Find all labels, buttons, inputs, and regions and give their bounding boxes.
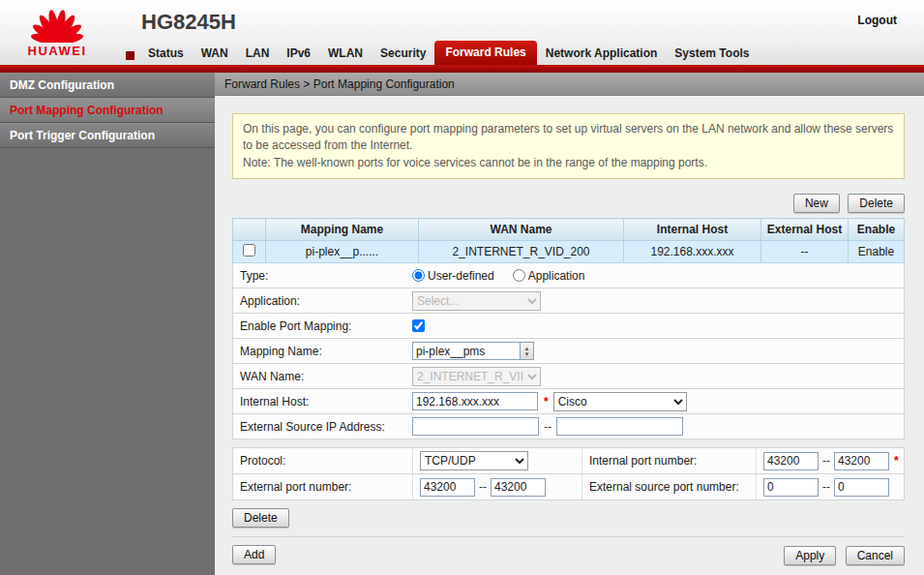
enable-port-mapping-checkbox[interactable] <box>412 319 425 332</box>
col-external-host: External Host <box>761 219 849 241</box>
internal-host-label: Internal Host: <box>233 395 412 409</box>
ports-row-2: External port number: -- External source… <box>232 474 905 500</box>
huawei-flower-icon <box>29 2 85 43</box>
device-title: HG8245H <box>141 10 236 35</box>
external-source-port-to-input[interactable] <box>834 478 889 497</box>
table-row[interactable]: pi-plex__p...... 2_INTERNET_R_VID_200 19… <box>233 241 905 263</box>
type-application-radio[interactable] <box>513 269 525 282</box>
range-separator: -- <box>822 454 830 468</box>
external-port-label: External port number: <box>233 474 412 499</box>
range-separator: -- <box>544 420 551 434</box>
application-label: Application: <box>233 294 412 308</box>
input-stepper-icon[interactable]: ▲▼ <box>521 342 534 360</box>
table-header-row: Mapping Name WAN Name Internal Host Exte… <box>233 219 905 241</box>
cell-wan-name: 2_INTERNET_R_VID_200 <box>419 241 624 263</box>
port-mapping-table: Mapping Name WAN Name Internal Host Exte… <box>232 218 905 263</box>
cell-enable: Enable <box>849 241 905 263</box>
tab-status[interactable]: Status <box>139 43 193 65</box>
header: HUAWEI HG8245H Logout Status WAN LAN IPv… <box>0 0 924 73</box>
external-source-port-label: External source port number: <box>581 474 756 499</box>
header-red-bar <box>0 65 924 73</box>
col-enable: Enable <box>849 219 905 241</box>
header-checkbox-cell <box>233 219 266 241</box>
cancel-button[interactable]: Cancel <box>846 546 905 565</box>
main-nav: Status WAN LAN IPv6 WLAN Security Forwar… <box>126 41 758 65</box>
sidebar-item-port-mapping-configuration[interactable]: Port Mapping Configuration <box>0 98 215 123</box>
internal-port-label: Internal port number: <box>581 448 756 473</box>
ports-row-1: Protocol: TCP/UDP Internal port number: … <box>232 447 905 474</box>
row-checkbox[interactable] <box>243 244 255 257</box>
port-mapping-panel: On this page, you can configure port map… <box>215 96 924 564</box>
protocol-select[interactable]: TCP/UDP <box>420 451 528 470</box>
internal-host-device-select[interactable]: Cisco <box>553 392 687 411</box>
type-user-defined-radio[interactable] <box>412 269 425 282</box>
tab-wlan[interactable]: WLAN <box>319 43 372 65</box>
col-mapping-name: Mapping Name <box>266 219 419 241</box>
sidebar-item-dmz-configuration[interactable]: DMZ Configuration <box>0 73 215 98</box>
sidebar: DMZ Configuration Port Mapping Configura… <box>0 73 215 575</box>
type-label: Type: <box>233 269 412 283</box>
external-source-ip-from-input[interactable] <box>412 417 539 436</box>
tab-forward-rules[interactable]: Forward Rules <box>434 41 536 65</box>
protocol-label: Protocol: <box>233 448 412 473</box>
tab-wan[interactable]: WAN <box>193 43 237 65</box>
form-row-mapping-name: Mapping Name: ▲▼ <box>232 339 905 364</box>
new-button[interactable]: New <box>793 194 840 213</box>
tab-ipv6[interactable]: IPv6 <box>278 43 319 65</box>
internal-port-to-input[interactable] <box>834 452 889 470</box>
external-source-port-from-input[interactable] <box>763 478 819 497</box>
cell-external-host: -- <box>761 241 849 263</box>
tab-lan[interactable]: LAN <box>237 43 279 65</box>
col-wan-name: WAN Name <box>419 219 624 241</box>
brand-text: HUAWEI <box>14 44 101 58</box>
form-row-enable-port-mapping: Enable Port Mapping: <box>232 314 905 339</box>
required-marker: * <box>894 454 899 468</box>
external-port-to-input[interactable] <box>491 478 546 497</box>
nav-marker-icon <box>126 51 134 60</box>
huawei-logo: HUAWEI <box>14 2 101 58</box>
form-row-type: Type: User-defined Application <box>232 263 905 288</box>
required-marker: * <box>544 395 549 409</box>
delete-button-top[interactable]: Delete <box>848 194 905 213</box>
apply-button[interactable]: Apply <box>784 546 836 565</box>
footer-actions: Apply Cancel <box>778 546 905 565</box>
external-source-ip-label: External Source IP Address: <box>233 420 412 434</box>
enable-port-mapping-label: Enable Port Mapping: <box>233 319 412 333</box>
cell-internal-host: 192.168.xxx.xxx <box>624 241 761 263</box>
type-user-defined-option[interactable]: User-defined <box>412 269 494 283</box>
cell-mapping-name: pi-plex__p...... <box>266 241 419 263</box>
breadcrumb: Forward Rules > Port Mapping Configurati… <box>215 73 924 96</box>
sidebar-item-port-trigger-configuration[interactable]: Port Trigger Configuration <box>0 123 215 148</box>
external-source-ip-to-input[interactable] <box>556 417 683 436</box>
col-internal-host: Internal Host <box>624 219 761 241</box>
range-separator: -- <box>479 480 487 494</box>
internal-port-from-input[interactable] <box>763 452 819 470</box>
form-row-wan-name: WAN Name: 2_INTERNET_R_VII <box>232 364 905 389</box>
table-toolbar: New Delete <box>232 194 905 213</box>
info-box: On this page, you can configure port map… <box>232 113 905 179</box>
mapping-name-input[interactable] <box>412 342 521 360</box>
info-line-1: On this page, you can configure port map… <box>243 121 894 155</box>
external-port-from-input[interactable] <box>420 478 475 497</box>
main-content: Forward Rules > Port Mapping Configurati… <box>215 73 924 575</box>
internal-host-input[interactable] <box>412 392 538 410</box>
form-row-application: Application: Select... <box>232 288 905 314</box>
tab-security[interactable]: Security <box>372 43 434 65</box>
mapping-name-label: Mapping Name: <box>233 345 412 358</box>
application-select[interactable]: Select... <box>412 291 541 311</box>
wan-name-select[interactable]: 2_INTERNET_R_VII <box>412 367 541 386</box>
form-row-external-source-ip: External Source IP Address: -- <box>232 414 905 439</box>
range-separator: -- <box>822 480 830 494</box>
tab-network-application[interactable]: Network Application <box>537 43 667 65</box>
info-line-2: Note: The well-known ports for voice ser… <box>243 155 894 171</box>
add-button[interactable]: Add <box>232 545 276 564</box>
form-row-internal-host: Internal Host: * Cisco <box>232 389 905 414</box>
type-application-option[interactable]: Application <box>513 269 585 283</box>
logout-link[interactable]: Logout <box>857 14 897 27</box>
tab-system-tools[interactable]: System Tools <box>666 43 758 65</box>
delete-button-bottom[interactable]: Delete <box>232 508 289 528</box>
wan-name-label: WAN Name: <box>233 370 412 383</box>
